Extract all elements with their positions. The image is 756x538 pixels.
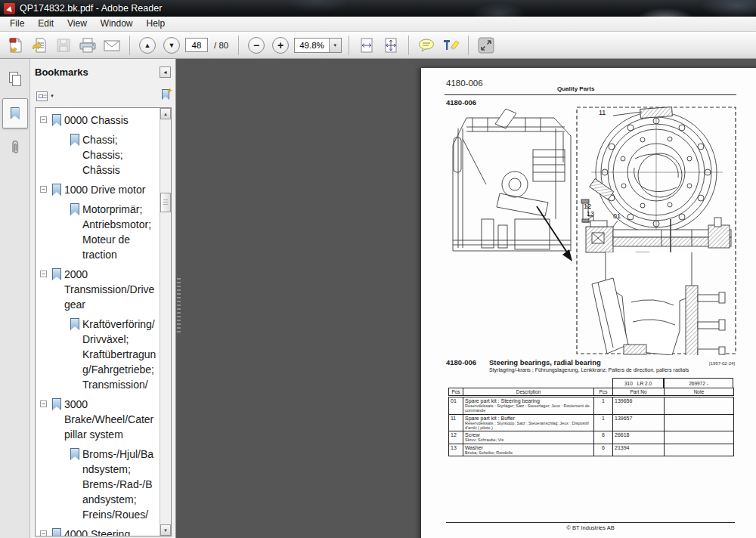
zoom-in-button[interactable]: +: [270, 35, 291, 56]
header-rule: [445, 94, 736, 95]
menubar: File Edit View Window Help: [0, 17, 756, 32]
bookmark-options-button[interactable]: ▼: [36, 91, 54, 101]
part-number: 139657: [613, 414, 665, 431]
drawing-linework: [442, 106, 737, 355]
window-title: QP174832.bk.pdf - Adobe Reader: [20, 3, 162, 14]
figure-label-12: 12: [584, 203, 591, 210]
note-cell: [665, 397, 734, 415]
page-code-header: 4180-006: [446, 79, 483, 88]
window-titlebar[interactable]: QP174832.bk.pdf - Adobe Reader: [0, 0, 756, 17]
note-cell: [665, 444, 734, 456]
adobe-reader-window: QP174832.bk.pdf - Adobe Reader File Edit…: [0, 0, 756, 538]
section-subtitle: Styrlagring/-krans ; Führungslagerung, L…: [489, 367, 735, 373]
zoom-out-button[interactable]: −: [246, 35, 267, 56]
bookmark-item-chassis-sub[interactable]: Chassi; Chassis; Châssis: [39, 132, 158, 178]
paperclip-icon: [8, 140, 23, 156]
scroll-down-button[interactable]: ▼: [160, 524, 171, 536]
footer-rule: [446, 522, 735, 523]
collapse-minus-icon[interactable]: −: [40, 530, 47, 536]
note-cell: [665, 414, 734, 431]
part-description: Washer: [465, 445, 592, 450]
part-description: Spare part kit : Steering bearing: [465, 398, 592, 404]
chevron-down-icon[interactable]: ▼: [329, 39, 341, 52]
fit-width-button[interactable]: [356, 35, 377, 56]
chevron-down-icon: ▼: [50, 94, 54, 98]
scrollbar-thumb[interactable]: [160, 193, 171, 212]
highlight-text-button[interactable]: [440, 35, 461, 56]
toolbar-separator: [349, 36, 349, 55]
tab-bookmarks[interactable]: [2, 98, 28, 128]
bookmark-icon: [70, 448, 79, 460]
bookmark-item-4000-steering[interactable]: − 4000 Steering system: [39, 527, 158, 536]
previous-page-button[interactable]: ▲: [137, 35, 158, 56]
section-title: Steering bearings, radial bearing: [489, 358, 709, 366]
note-cell: [665, 431, 734, 444]
save-copy-button[interactable]: [29, 35, 50, 56]
figure-label-11: 11: [599, 109, 606, 116]
collapse-minus-icon[interactable]: −: [40, 186, 47, 193]
menu-view[interactable]: View: [60, 17, 94, 31]
menu-help[interactable]: Help: [140, 17, 172, 31]
bookmarks-panel-toolbar: ▼ ✦: [30, 85, 175, 107]
figure-label-13: 13: [587, 210, 594, 218]
part-number: 26618: [613, 431, 665, 444]
highlight-text-icon: [442, 38, 460, 53]
email-icon: [103, 39, 121, 52]
options-list-icon: [36, 91, 48, 101]
bookmark-item-brake-wheel-sub[interactable]: Broms-/Hjul/Bandsystem; Brems-/Rad-/Band…: [39, 447, 158, 522]
toolbar-separator: [468, 36, 469, 55]
bookmark-item-drive-motor-sub[interactable]: Motorprimär; Antriebsmotor; Moteur de tr…: [39, 202, 158, 262]
create-pdf-button[interactable]: [5, 35, 26, 56]
menu-window[interactable]: Window: [94, 17, 140, 31]
bookmark-item-0000-chassis[interactable]: − 0000 Chassis: [39, 113, 158, 128]
part-number: 21394: [613, 444, 665, 456]
menu-file[interactable]: File: [3, 17, 31, 31]
page-footer: © BT Industries AB: [446, 524, 735, 531]
collapse-minus-icon[interactable]: −: [40, 271, 47, 277]
table-header-row: Pos Description Pcs Part No Note: [449, 388, 734, 397]
tab-pages[interactable]: [2, 63, 28, 94]
bookmark-icon: [52, 114, 61, 126]
comment-button[interactable]: [416, 35, 437, 56]
panel-splitter[interactable]: [177, 278, 181, 335]
bookmark-icon: [52, 184, 61, 196]
part-description-translations: Reservdelssats : Styrstopp; Satz : Steue…: [465, 421, 592, 431]
page-number-input[interactable]: [185, 38, 208, 52]
menu-edit[interactable]: Edit: [31, 17, 60, 31]
document-pane[interactable]: 4180-006 Quality Parts 4180-006: [176, 59, 756, 538]
collapse-panel-button[interactable]: ◄: [160, 66, 171, 78]
new-bookmark-button[interactable]: ✦: [162, 89, 169, 103]
col-pcs: Pcs: [594, 388, 613, 397]
bookmarks-tree-box: − 0000 Chassis Chassi; Chassis; Châssis …: [35, 107, 172, 536]
zoom-level-dropdown[interactable]: 49.8% ▼: [294, 38, 342, 53]
save-button[interactable]: [53, 35, 74, 56]
bookmark-item-transmission-sub[interactable]: Kraftöverföring/Drivväxel; Kraftübertrag…: [39, 317, 158, 392]
bookmark-item-2000-transmission[interactable]: − 2000 Transmission/Drive gear: [39, 267, 158, 312]
zoom-level-value: 49.8%: [295, 41, 329, 50]
model-name: LR 2.0: [637, 381, 652, 386]
collapse-minus-icon[interactable]: −: [40, 116, 47, 123]
print-button[interactable]: [77, 35, 98, 56]
tab-attachments[interactable]: [2, 133, 28, 163]
spark-icon: ✦: [167, 86, 173, 94]
parts-section: 4180-006 Steering bearings, radial beari…: [446, 358, 735, 456]
bookmarks-panel: Bookmarks ◄ ▼ ✦ − 0000 Chas: [30, 59, 176, 538]
page-total-label: / 80: [214, 41, 228, 50]
fullscreen-arrows-icon: [478, 37, 494, 54]
scroll-up-button[interactable]: ▲: [160, 108, 171, 119]
bookmark-icon: [70, 134, 79, 146]
bookmarks-scrollbar[interactable]: ▲ ▼: [160, 108, 171, 536]
bookmarks-panel-header: Bookmarks ◄: [30, 59, 175, 85]
collapse-minus-icon[interactable]: −: [40, 400, 47, 407]
part-description: Screw: [465, 432, 592, 438]
bookmark-item-3000-brake-wheel[interactable]: − 3000 Brake/Wheel/Caterpillar system: [39, 397, 158, 442]
next-page-button[interactable]: ▼: [161, 35, 182, 56]
fit-page-button[interactable]: [380, 35, 401, 56]
part-description-translations: Skruv; Schraube; Vis: [465, 438, 592, 442]
col-description: Description: [463, 388, 594, 397]
bookmark-item-1000-drive-motor[interactable]: − 1000 Drive motor: [39, 182, 158, 197]
toolbar-separator: [408, 36, 409, 55]
email-button[interactable]: [101, 35, 122, 56]
col-part-no: Part No: [613, 388, 665, 397]
fullscreen-button[interactable]: [476, 35, 497, 56]
